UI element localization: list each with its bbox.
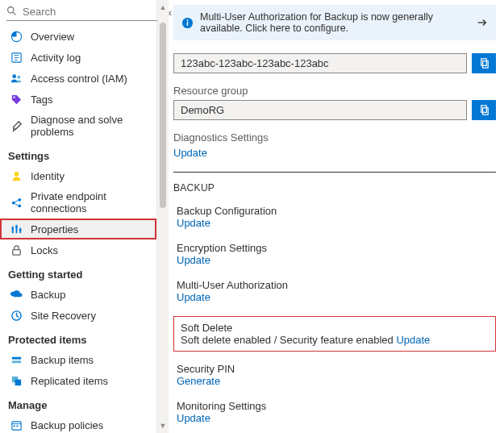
scroll-thumb[interactable] xyxy=(160,23,166,208)
identity-icon xyxy=(10,169,23,182)
arrow-right-icon[interactable] xyxy=(477,17,488,28)
nav-label: Backup policies xyxy=(31,419,103,431)
sidebar-item-backup-policies[interactable]: Backup policies xyxy=(0,414,156,433)
backup-items-icon xyxy=(10,353,23,366)
copy-resource-group-button[interactable] xyxy=(472,100,496,120)
sidebar-item-locks[interactable]: Locks xyxy=(0,239,156,260)
mua-block: Multi-User Authorization Update xyxy=(173,279,496,303)
nav-list: Overview Activity log Access control (IA… xyxy=(0,26,156,433)
svg-rect-39 xyxy=(481,59,486,65)
banner-text: Multi-User Authorization for Backup is n… xyxy=(200,11,470,34)
nav-label: Locks xyxy=(31,244,58,256)
monitoring-settings-update-link[interactable]: Update xyxy=(177,412,210,424)
diagnostics-label: Diagnostics Settings xyxy=(173,131,496,144)
sidebar-item-tags[interactable]: Tags xyxy=(0,89,156,110)
diagnostics-update-link[interactable]: Update xyxy=(173,147,207,159)
svg-rect-26 xyxy=(11,360,20,363)
backup-policies-icon xyxy=(10,418,23,431)
svg-point-37 xyxy=(187,19,189,21)
soft-delete-update-link[interactable]: Update xyxy=(396,334,430,346)
sidebar-item-activity-log[interactable]: Activity log xyxy=(0,47,156,68)
info-banner[interactable]: Multi-User Authorization for Backup is n… xyxy=(173,5,496,40)
svg-line-15 xyxy=(15,200,19,202)
backup-configuration-title: Backup Configuration xyxy=(177,205,496,217)
svg-point-13 xyxy=(18,198,21,201)
sidebar-item-diagnose[interactable]: Diagnose and solve problems xyxy=(0,110,156,142)
encryption-settings-update-link[interactable]: Update xyxy=(177,254,210,266)
sidebar: « Overview Activity log Access control (… xyxy=(0,0,157,433)
svg-point-14 xyxy=(18,204,21,207)
search-row: « xyxy=(0,0,156,26)
diagnose-icon xyxy=(10,119,23,132)
main-panel: ▲ ▼ Multi-User Authorization for Backup … xyxy=(157,0,504,433)
soft-delete-block: Soft Delete Soft delete enabled / Securi… xyxy=(173,316,496,352)
activity-log-icon xyxy=(10,51,23,64)
sidebar-item-private-endpoint[interactable]: Private endpoint connections xyxy=(0,186,156,219)
nav-label: Tags xyxy=(31,94,52,106)
svg-point-0 xyxy=(8,7,14,13)
private-endpoint-icon xyxy=(10,196,23,209)
sidebar-item-identity[interactable]: Identity xyxy=(0,165,156,186)
section-header-protected: Protected items xyxy=(0,326,156,349)
nav-label: Private endpoint connections xyxy=(31,190,148,214)
nav-label: Replicated items xyxy=(31,375,108,387)
access-control-icon xyxy=(10,72,23,85)
search-input[interactable] xyxy=(6,3,160,21)
security-pin-title: Security PIN xyxy=(177,363,496,375)
svg-rect-31 xyxy=(13,425,15,427)
scroll-up-icon[interactable]: ▲ xyxy=(157,3,169,11)
monitoring-settings-title: Monitoring Settings xyxy=(177,400,496,412)
svg-point-8 xyxy=(17,75,20,78)
svg-rect-23 xyxy=(12,249,19,255)
svg-point-7 xyxy=(12,74,16,78)
sidebar-item-overview[interactable]: Overview xyxy=(0,26,156,47)
backup-configuration-update-link[interactable]: Update xyxy=(177,217,210,229)
nav-label: Identity xyxy=(31,170,65,182)
svg-line-16 xyxy=(15,203,19,205)
id-field[interactable] xyxy=(173,53,467,73)
encryption-settings-title: Encryption Settings xyxy=(177,242,496,254)
section-header-settings: Settings xyxy=(0,142,156,165)
sidebar-item-properties[interactable]: Properties xyxy=(0,219,156,239)
nav-label: Backup xyxy=(31,289,65,301)
overview-icon xyxy=(10,30,23,43)
svg-point-9 xyxy=(13,96,15,98)
nav-label: Access control (IAM) xyxy=(31,73,127,85)
scroll-down-icon[interactable]: ▼ xyxy=(157,422,169,430)
svg-rect-40 xyxy=(482,61,488,68)
security-pin-generate-link[interactable]: Generate xyxy=(177,375,220,387)
sidebar-item-replicated-items[interactable]: Replicated items xyxy=(0,370,156,391)
svg-rect-42 xyxy=(482,108,488,114)
sidebar-item-site-recovery[interactable]: Site Recovery xyxy=(0,305,156,326)
sidebar-item-backup-items[interactable]: Backup items xyxy=(0,349,156,370)
encryption-settings-block: Encryption Settings Update xyxy=(173,242,496,266)
id-field-row xyxy=(173,53,496,73)
backup-section-title: BACKUP xyxy=(173,182,496,194)
site-recovery-icon xyxy=(10,309,23,322)
nav-label: Activity log xyxy=(31,52,81,64)
scrollbar[interactable]: ▲ ▼ xyxy=(157,0,169,433)
properties-icon xyxy=(10,223,23,235)
svg-rect-28 xyxy=(15,379,21,385)
resource-group-label: Resource group xyxy=(173,85,496,97)
divider xyxy=(173,172,496,173)
svg-rect-25 xyxy=(11,356,20,359)
info-icon xyxy=(181,17,194,29)
mua-update-link[interactable]: Update xyxy=(177,291,210,303)
resource-group-row xyxy=(173,100,496,120)
nav-label: Overview xyxy=(31,31,74,43)
copy-id-button[interactable] xyxy=(472,53,496,73)
section-header-manage: Manage xyxy=(0,391,156,414)
svg-rect-41 xyxy=(481,106,486,112)
svg-point-21 xyxy=(15,226,18,228)
svg-line-1 xyxy=(13,12,15,15)
mua-title: Multi-User Authorization xyxy=(177,279,496,291)
nav-label: Backup items xyxy=(31,354,94,366)
backup-icon xyxy=(10,288,23,301)
backup-configuration-block: Backup Configuration Update xyxy=(173,205,496,229)
monitoring-settings-block: Monitoring Settings Update xyxy=(173,400,496,424)
resource-group-field[interactable] xyxy=(173,100,467,120)
sidebar-item-access-control[interactable]: Access control (IAM) xyxy=(0,68,156,89)
sidebar-item-backup[interactable]: Backup xyxy=(0,284,156,305)
soft-delete-title: Soft Delete xyxy=(181,322,489,334)
